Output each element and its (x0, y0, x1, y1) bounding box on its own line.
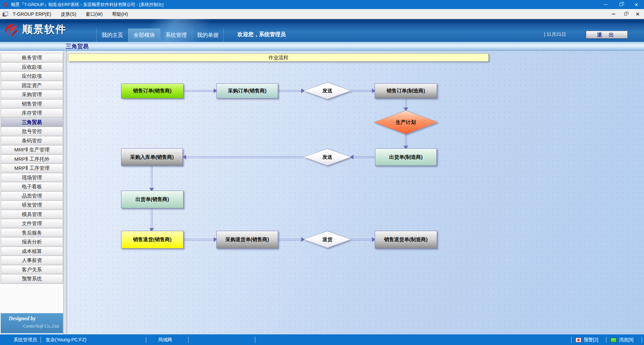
menu-item-help[interactable]: 帮助(H) (107, 9, 132, 19)
flow-node-purchase-return-seller[interactable]: 采购退货单(销售商) (216, 231, 278, 249)
flow-node-shipment-seller[interactable]: 出货单(销售商) (121, 191, 183, 208)
welcome-text: 欢迎您，系统管理员 (237, 31, 286, 38)
sidebar-item[interactable]: 库存管理 (1, 109, 63, 118)
flow-connector (405, 98, 407, 110)
mdi-restore-button[interactable] (622, 11, 629, 17)
restore-button[interactable] (613, 0, 629, 9)
menu-item-skin[interactable]: 皮肤(S) (56, 9, 81, 19)
restore-icon (624, 13, 627, 15)
sidebar-item[interactable]: 账务管理 (1, 53, 63, 63)
flow-node-purchase-order-seller[interactable]: 采购订单(销售商) (216, 83, 278, 98)
minimize-icon (612, 14, 615, 14)
module-sidebar: 账务管理 应收款项 应付款项 固定资产 采购管理 销售管理 库存管理 三角贸易 … (0, 51, 64, 334)
sidebar-item[interactable]: 电子看板 (1, 182, 63, 192)
exit-button[interactable]: 退 出 (586, 31, 628, 39)
status-message[interactable]: 消息[9] (619, 337, 634, 343)
flow-node-purchase-receipt-seller[interactable]: 采购入库单(销售商) (121, 148, 183, 166)
status-divider (571, 337, 572, 343)
status-divider (188, 337, 189, 343)
tab-my-home[interactable]: 我的主页 (96, 28, 128, 42)
diamond-label: 生产计划 (374, 110, 438, 134)
flow-connector (151, 208, 153, 231)
sidebar-item[interactable]: 成本核算 (1, 247, 63, 256)
flow-connector (351, 90, 375, 92)
status-divider (255, 337, 255, 343)
module-title-strip: 三角贸易 (0, 42, 644, 51)
sidebar-item[interactable]: 客户关系 (1, 265, 63, 275)
sidebar-item[interactable]: 品质管理 (1, 192, 63, 201)
sidebar-splitter[interactable] (64, 51, 67, 334)
brand-logo: 顺景软件 (3, 22, 66, 37)
flow-node-shipment-manufacturer[interactable]: 出货单(制造商) (375, 148, 437, 166)
diamond-label: 退货 (304, 231, 351, 248)
header-tabs: 我的主页 全部模块 系统管理 我的单据 (96, 28, 224, 42)
mdi-close-button[interactable]: ✕ (634, 11, 641, 17)
status-divider (146, 337, 146, 343)
sidebar-item[interactable]: 销售管理 (1, 99, 63, 109)
mail-icon (610, 338, 616, 342)
mdi-minimize-button[interactable] (610, 11, 617, 17)
sidebar-item[interactable]: 现场管理 (1, 173, 63, 183)
sidebar-item[interactable]: 文件管理 (1, 219, 63, 228)
status-bar: 系统管理员 复杂(Young-PC:FZ) 局域网 预警[2] 消息[9] (0, 334, 644, 345)
sidebar-item[interactable]: 固定资产 (1, 81, 63, 90)
status-user: 系统管理员 (13, 337, 37, 343)
status-network: 局域网 (158, 337, 172, 343)
sidebar-item[interactable]: 报表分析 (1, 237, 63, 247)
flow-connector (183, 90, 216, 92)
tab-my-documents[interactable]: 我的单据 (192, 28, 224, 42)
flow-node-send-decision-1[interactable]: 发送 (304, 82, 351, 99)
sidebar-item[interactable]: 预警系统 (1, 274, 63, 284)
sidebar-item[interactable]: 研发管理 (1, 201, 63, 210)
flow-connector (183, 156, 304, 158)
menu-item-window[interactable]: 窗口(W) (81, 9, 108, 19)
sidebar-item[interactable]: 模具管理 (1, 210, 63, 219)
flow-node-sales-return-seller[interactable]: 销售退货(销售商) (121, 231, 183, 249)
sidebar-item[interactable]: 批号管控 (1, 127, 63, 136)
flow-node-return-decision[interactable]: 退货 (304, 231, 351, 248)
flow-connector (151, 166, 153, 191)
flow-connector (278, 90, 304, 92)
sidebar-item[interactable]: MRPⅡ 工序托外 (1, 155, 63, 164)
window-title: 顺景『T-GROUP』制造业ERP系统 - 东莞顺景软件科技有限公司 - [系统… (11, 2, 163, 8)
flow-connector (278, 239, 304, 240)
app-logo-icon (2, 2, 8, 8)
flow-node-send-decision-2[interactable]: 发送 (304, 148, 351, 166)
designed-by-text: Designed by (9, 316, 36, 322)
tab-system-management[interactable]: 系统管理 (160, 28, 192, 42)
sidebar-item[interactable]: MRPⅡ 生产管理 (1, 145, 63, 155)
sidebar-item[interactable]: 采购管理 (1, 90, 63, 99)
close-icon: ✕ (636, 12, 640, 16)
first-aid-icon (576, 338, 581, 342)
close-button[interactable]: ✕ (629, 0, 644, 9)
page-title: 三角贸易 (66, 43, 89, 50)
flow-node-sales-return-manufacturer[interactable]: 销售退货单(制造商) (375, 231, 437, 249)
restore-icon (620, 3, 623, 6)
menu-item-erp[interactable]: T-GROUP ERP(E) (8, 9, 56, 19)
sidebar-item[interactable]: 应付款项 (1, 72, 63, 81)
close-icon: ✕ (634, 2, 638, 7)
sidebar-item[interactable]: 售后服务 (1, 228, 63, 238)
flow-connector (183, 239, 216, 240)
status-alert[interactable]: 预警[2] (584, 337, 598, 343)
status-divider (606, 337, 606, 343)
status-session: 复杂(Young-PC:FZ) (46, 337, 87, 343)
flowchart-canvas: 作业流程 销售订单(销售商) 采购订单(销售商) 发送 销售订单(制造商) 生产… (67, 51, 644, 334)
sidebar-item[interactable]: 条码管控 (1, 136, 63, 146)
flow-node-production-plan[interactable]: 生产计划 (374, 110, 438, 134)
sidebar-item[interactable]: MRPⅡ 工序管理 (1, 164, 63, 173)
header-banner: 顺景软件 我的主页 全部模块 系统管理 我的单据 欢迎您，系统管理员 | 11月… (0, 19, 644, 42)
sidebar-item[interactable]: 人事薪资 (1, 256, 63, 265)
sidebar-footer: Designed by CenterSoft Co.,Ltd. (1, 313, 63, 333)
header-date: | 11月21日 (544, 31, 566, 38)
sidebar-item-active[interactable]: 三角贸易 (1, 118, 63, 127)
flow-node-sales-order-seller[interactable]: 销售订单(销售商) (121, 83, 183, 98)
tab-all-modules[interactable]: 全部模块 (128, 28, 160, 42)
minimize-icon (604, 4, 607, 5)
flow-node-sales-order-manufacturer[interactable]: 销售订单(制造商) (375, 83, 437, 98)
flowchart-title-bar: 作业流程 (68, 53, 489, 62)
minimize-button[interactable] (598, 0, 613, 9)
mdi-child-icon (3, 12, 8, 16)
sidebar-item[interactable]: 应收款项 (1, 63, 63, 72)
flow-connector (405, 134, 407, 148)
